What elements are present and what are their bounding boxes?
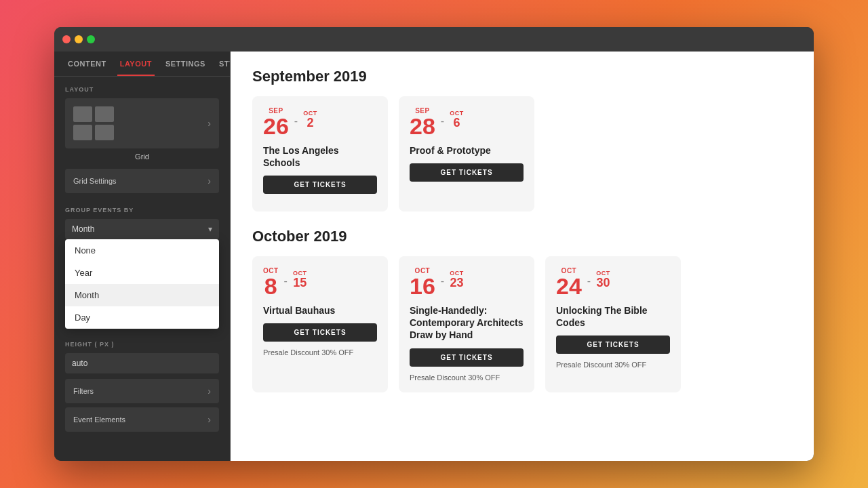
grid-cell <box>73 106 92 122</box>
end-date-4: OCT 23 <box>450 270 464 289</box>
event-title-5: Unlocking The Bible Codes <box>556 304 670 329</box>
date-sep-3: - <box>284 275 288 287</box>
close-button[interactable] <box>62 35 71 43</box>
events-grid-sep: SEP 26 - OCT 2 The Los Angeles Schools G… <box>252 96 792 211</box>
end-date-2: OCT 6 <box>450 110 464 129</box>
select-value: Month <box>72 224 94 234</box>
event-title-1: The Los Angeles Schools <box>263 144 377 169</box>
event-discount-4: Presale Discount 30% OFF <box>410 373 524 382</box>
grid-settings-accordion: Grid Settings › <box>65 169 219 193</box>
event-title-4: Single-Handedly: Contemporary Architects… <box>410 304 524 342</box>
start-day-2: 28 <box>410 115 435 138</box>
get-tickets-button-1[interactable]: GET TICKETS <box>263 176 377 194</box>
dropdown-item-year[interactable]: Year <box>65 262 219 284</box>
caret-down-icon: ▾ <box>208 224 212 234</box>
filters-label: Filters <box>73 387 94 395</box>
start-day-3: 8 <box>264 274 277 298</box>
section-sep2019: September 2019 SEP 26 - OCT 2 <box>252 68 792 211</box>
event-date-row-3: OCT 8 - OCT 15 <box>263 267 377 298</box>
height-label: HEIGHT ( PX ) <box>65 331 219 353</box>
group-events-section: GROUP EVENTS BY Month ▾ None Year Month … <box>54 197 230 245</box>
start-date-2: SEP 28 <box>410 107 435 138</box>
get-tickets-button-3[interactable]: GET TICKETS <box>263 323 377 342</box>
month-title-sep: September 2019 <box>252 68 792 85</box>
end-day-2: 6 <box>453 117 460 129</box>
event-card-1: SEP 26 - OCT 2 The Los Angeles Schools G… <box>252 96 388 211</box>
grid-settings-item[interactable]: Grid Settings › <box>65 169 219 193</box>
start-date-3: OCT 8 <box>263 267 279 298</box>
dropdown-item-month[interactable]: Month <box>65 284 219 306</box>
content-area: September 2019 SEP 26 - OCT 2 <box>231 52 814 461</box>
grid-cell <box>95 125 114 140</box>
start-day-4: 16 <box>410 274 435 298</box>
end-date-5: OCT 30 <box>596 270 610 289</box>
event-card-3: OCT 8 - OCT 15 Virtual Bauhaus GET TICKE… <box>252 256 388 392</box>
date-sep-5: - <box>587 275 591 287</box>
get-tickets-button-4[interactable]: GET TICKETS <box>410 348 524 367</box>
start-day-5: 24 <box>556 274 582 298</box>
date-sep-4: - <box>441 275 444 287</box>
grid-cell <box>73 125 92 140</box>
date-sep-2: - <box>441 115 444 127</box>
end-day-3: 15 <box>293 277 307 289</box>
event-date-row-4: OCT 16 - OCT 23 <box>410 267 524 298</box>
end-date-1: OCT 2 <box>303 110 317 129</box>
tab-settings[interactable]: SETTINGS <box>163 60 208 76</box>
event-card-4: OCT 16 - OCT 23 Single-Handedly: Contemp… <box>399 256 534 392</box>
end-day-4: 23 <box>450 277 463 289</box>
dropdown-menu: None Year Month Day <box>65 239 219 329</box>
layout-preview-box[interactable]: › <box>65 98 219 148</box>
dropdown-item-none[interactable]: None <box>65 239 219 262</box>
get-tickets-button-2[interactable]: GET TICKETS <box>410 163 524 182</box>
end-day-5: 30 <box>596 277 610 289</box>
main-area: CONTENT LAYOUT SETTINGS STYLE LAYOUT › <box>54 52 814 461</box>
app-window: CONTENT LAYOUT SETTINGS STYLE LAYOUT › <box>54 27 814 461</box>
group-by-select[interactable]: Month ▾ None Year Month Day <box>65 219 219 239</box>
height-section: HEIGHT ( PX ) <box>54 326 230 379</box>
get-tickets-button-5[interactable]: GET TICKETS <box>556 336 670 354</box>
chevron-right-icon: › <box>208 386 211 396</box>
start-date-4: OCT 16 <box>410 267 435 298</box>
dropdown-item-day[interactable]: Day <box>65 306 219 329</box>
tab-content[interactable]: CONTENT <box>65 60 109 76</box>
section-oct2019: October 2019 OCT 8 - OCT 15 <box>252 228 792 392</box>
filters-accordion: Filters › <box>65 379 219 403</box>
events-grid-oct: OCT 8 - OCT 15 Virtual Bauhaus GET TICKE… <box>252 256 792 392</box>
filters-item[interactable]: Filters › <box>65 379 219 403</box>
event-card-2: SEP 28 - OCT 6 Proof & Prototype GET TIC… <box>399 96 534 211</box>
titlebar <box>54 27 814 52</box>
event-date-row-5: OCT 24 - OCT 30 <box>556 267 670 298</box>
height-input[interactable] <box>65 353 219 373</box>
chevron-right-icon: › <box>208 414 211 425</box>
end-day-1: 2 <box>307 117 313 129</box>
event-elements-item[interactable]: Event Elements › <box>65 407 219 432</box>
end-date-3: OCT 15 <box>293 270 307 289</box>
event-elements-accordion: Event Elements › <box>65 407 219 432</box>
minimize-button[interactable] <box>75 35 83 43</box>
event-date-row-2: SEP 28 - OCT 6 <box>410 107 524 138</box>
event-discount-3: Presale Discount 30% OFF <box>263 348 377 357</box>
layout-type-label: Grid <box>65 152 219 161</box>
tab-style[interactable]: STYLE <box>216 60 231 76</box>
chevron-right-icon: › <box>208 176 211 186</box>
traffic-lights <box>62 35 95 43</box>
group-events-label: GROUP EVENTS BY <box>65 197 219 219</box>
grid-settings-label: Grid Settings <box>73 177 117 185</box>
layout-section-label: LAYOUT <box>54 77 230 98</box>
start-date-5: OCT 24 <box>556 267 582 298</box>
maximize-button[interactable] <box>87 35 95 43</box>
grid-cell <box>95 106 114 122</box>
start-date-1: SEP 26 <box>263 107 289 138</box>
grid-preview <box>73 106 114 140</box>
event-title-2: Proof & Prototype <box>410 144 524 157</box>
layout-preview-area: › Grid <box>54 98 230 169</box>
event-elements-label: Event Elements <box>73 415 125 424</box>
select-display[interactable]: Month ▾ <box>65 219 219 239</box>
event-discount-5: Presale Discount 30% OFF <box>556 361 670 369</box>
sidebar: CONTENT LAYOUT SETTINGS STYLE LAYOUT › <box>54 52 231 461</box>
sidebar-tabs: CONTENT LAYOUT SETTINGS STYLE <box>54 52 230 77</box>
event-title-3: Virtual Bauhaus <box>263 304 377 317</box>
event-date-row-1: SEP 26 - OCT 2 <box>263 107 377 138</box>
tab-layout[interactable]: LAYOUT <box>117 60 155 76</box>
event-card-5: OCT 24 - OCT 30 Unlocking The Bible Code… <box>545 256 681 392</box>
